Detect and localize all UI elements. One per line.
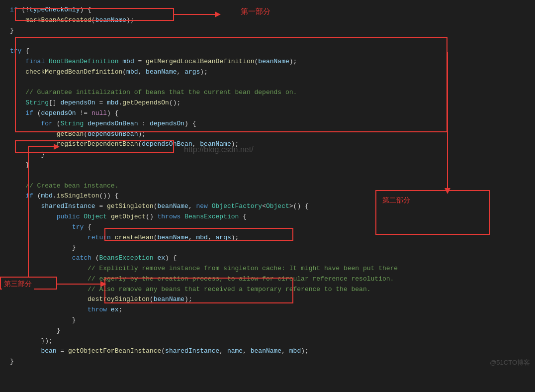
red-box-destroy <box>104 278 293 303</box>
code-line-31: } <box>10 315 525 326</box>
code-line-35: } <box>10 357 525 367</box>
red-box-createbean <box>104 228 293 241</box>
code-line-3: } <box>10 26 525 36</box>
code-line-25: catch (BeansException ex) { <box>10 253 525 264</box>
red-box-part2-singleton <box>15 140 174 153</box>
code-line-blank3 <box>10 171 525 181</box>
code-line-34: bean = getObjectForBeanInstance(sharedIn… <box>10 346 525 357</box>
red-box-part1 <box>15 8 174 21</box>
code-line-30: throw ex; <box>10 305 525 315</box>
annotation-part1: 第一部分 <box>239 5 272 18</box>
code-line-33: }); <box>10 336 525 347</box>
code-line-24: } <box>10 243 525 253</box>
annotation-part3: 第三部分 <box>2 278 34 290</box>
code-line-26: // Explicitly remove instance from singl… <box>10 264 525 274</box>
code-line-32: } <box>10 326 525 336</box>
code-area: if (!typeCheckOnly) { markBeanAsCreated(… <box>0 0 535 372</box>
red-box-part2-big <box>15 37 447 132</box>
red-box-part2-label <box>375 190 490 235</box>
code-line-16: } <box>10 160 525 171</box>
